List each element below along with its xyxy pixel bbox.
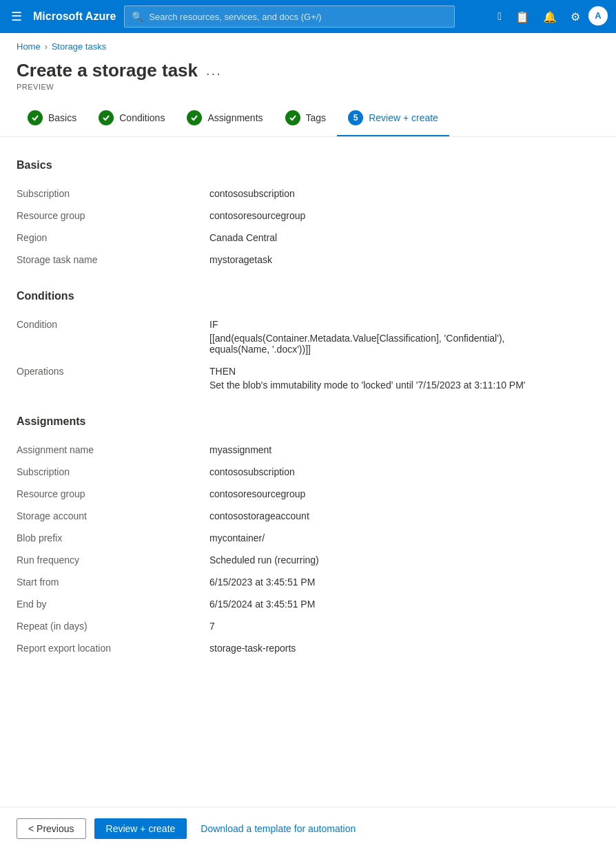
row-value: contosoresourcegroup [209, 205, 599, 227]
row-label: Blob prefix [17, 527, 209, 549]
topnav-icon-group:  📋 🔔 ⚙ A [492, 6, 608, 28]
page-header: Create a storage task ... [0, 54, 616, 81]
feedback-icon[interactable]: 📋 [510, 6, 535, 28]
row-label: Storage task name [17, 249, 209, 271]
row-value: 6/15/2024 at 3:45:51 PM [209, 593, 599, 615]
table-row: Assignment namemyassignment [17, 439, 599, 461]
table-row: End by6/15/2024 at 3:45:51 PM [17, 593, 599, 615]
table-row: Resource groupcontosoresourcegroup [17, 205, 599, 227]
row-value: 7 [209, 615, 599, 637]
step-5-badge: 5 [348, 110, 363, 125]
step-3-label: Assignments [207, 112, 263, 123]
wizard-step-assignments[interactable]: Assignments [176, 102, 274, 136]
wizard-step-tags[interactable]: Tags [274, 102, 338, 136]
row-value: mycontainer/ [209, 527, 599, 549]
wizard-step-review[interactable]: 5 Review + create [337, 102, 449, 136]
row-label: Storage account [17, 505, 209, 527]
row-value: contosostorageaccount [209, 505, 599, 527]
row-label: Region [17, 227, 209, 249]
table-row: Operations THEN Set the blob's immutabil… [17, 360, 599, 396]
breadcrumb-home[interactable]: Home [17, 41, 41, 52]
table-row: Subscriptioncontososubscription [17, 461, 599, 483]
row-value: 6/15/2023 at 3:45:51 PM [209, 571, 599, 593]
step-2-badge [99, 110, 114, 125]
basics-table: SubscriptioncontososubscriptionResource … [17, 183, 599, 271]
operations-value: THEN Set the blob's immutability mode to… [209, 360, 599, 396]
breadcrumb-storage-tasks[interactable]: Storage tasks [52, 41, 107, 52]
top-navigation: ☰ Microsoft Azure 🔍  📋 🔔 ⚙ A [0, 0, 616, 33]
row-value: contososubscription [209, 183, 599, 205]
row-label: End by [17, 593, 209, 615]
step-4-badge [285, 110, 300, 125]
row-label: Report export location [17, 637, 209, 659]
step-1-badge [28, 110, 43, 125]
table-row: Repeat (in days)7 [17, 615, 599, 637]
row-label: Subscription [17, 183, 209, 205]
main-content: Basics SubscriptioncontososubscriptionRe… [0, 137, 616, 717]
notifications-icon[interactable]: 🔔 [537, 6, 562, 28]
page-title: Create a storage task [17, 60, 198, 81]
more-options-button[interactable]: ... [206, 63, 222, 79]
row-label: Resource group [17, 483, 209, 505]
wizard-step-basics[interactable]: Basics [17, 102, 88, 136]
search-icon: 🔍 [132, 11, 143, 22]
table-row: Storage accountcontosostorageaccount [17, 505, 599, 527]
row-label: Assignment name [17, 439, 209, 461]
row-label: Run frequency [17, 549, 209, 571]
row-label: Repeat (in days) [17, 615, 209, 637]
conditions-table: Condition IF [[and(equals(Container.Meta… [17, 313, 599, 396]
table-row: RegionCanada Central [17, 227, 599, 249]
table-row: Run frequencyScheduled run (recurring) [17, 549, 599, 571]
search-bar: 🔍 [124, 6, 455, 28]
step-3-badge [187, 110, 202, 125]
condition-value: IF [[and(equals(Container.Metadata.Value… [209, 313, 599, 360]
wizard-steps: Basics Conditions Assignments Tags 5 Rev… [0, 102, 616, 137]
row-label: Resource group [17, 205, 209, 227]
section-title-conditions: Conditions [17, 290, 599, 302]
table-row: Blob prefixmycontainer/ [17, 527, 599, 549]
step-4-label: Tags [306, 112, 327, 123]
table-row: Storage task namemystoragetask [17, 249, 599, 271]
step-2-label: Conditions [119, 112, 165, 123]
table-row: Resource groupcontosoresourcegroup [17, 483, 599, 505]
breadcrumb-sep-1: › [45, 42, 48, 52]
step-5-label: Review + create [369, 112, 438, 123]
row-value: Canada Central [209, 227, 599, 249]
section-title-basics: Basics [17, 159, 599, 172]
row-value: storage-task-reports [209, 637, 599, 659]
azure-logo: Microsoft Azure [33, 10, 116, 23]
search-input[interactable] [149, 12, 447, 22]
breadcrumb: Home › Storage tasks [0, 33, 616, 54]
table-row: Subscriptioncontososubscription [17, 183, 599, 205]
account-icon[interactable]: A [588, 6, 608, 25]
table-row: Report export locationstorage-task-repor… [17, 637, 599, 659]
row-value: contososubscription [209, 461, 599, 483]
cloud-shell-icon[interactable]:  [492, 6, 507, 28]
row-value: myassignment [209, 439, 599, 461]
wizard-step-conditions[interactable]: Conditions [88, 102, 176, 136]
row-label: Subscription [17, 461, 209, 483]
hamburger-menu-button[interactable]: ☰ [8, 6, 25, 27]
assignments-table: Assignment namemyassignmentSubscriptionc… [17, 439, 599, 659]
row-value: Scheduled run (recurring) [209, 549, 599, 571]
table-row: Condition IF [[and(equals(Container.Meta… [17, 313, 599, 360]
page-subtitle: PREVIEW [0, 81, 616, 102]
table-row: Start from6/15/2023 at 3:45:51 PM [17, 571, 599, 593]
row-value: mystoragetask [209, 249, 599, 271]
operations-label: Operations [17, 360, 209, 396]
settings-icon[interactable]: ⚙ [565, 6, 586, 28]
condition-label: Condition [17, 313, 209, 360]
section-title-assignments: Assignments [17, 415, 599, 428]
row-label: Start from [17, 571, 209, 593]
step-1-label: Basics [48, 112, 76, 123]
row-value: contosoresourcegroup [209, 483, 599, 505]
